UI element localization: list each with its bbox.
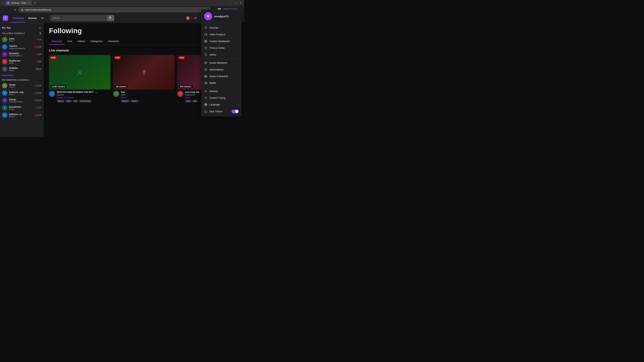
svg-point-9 bbox=[206, 62, 206, 63]
sidebar-item-rayrachel-name: RayRachel bbox=[9, 59, 34, 62]
sidebar-item-betboom-ru[interactable]: B betboom_ru Dota 2 14.4K bbox=[0, 111, 44, 119]
svg-marker-10 bbox=[204, 68, 207, 71]
sidebar-item-yowe[interactable]: Y yowe Dota 2 1K bbox=[0, 36, 44, 43]
maximize-btn[interactable]: □ bbox=[234, 1, 238, 5]
dropdown-divider-2 bbox=[202, 87, 241, 87]
tag-adhd[interactable]: adhd bbox=[65, 100, 72, 102]
dropdown-item-safety[interactable]: Safety bbox=[202, 51, 241, 58]
sidebar-item-vcm354[interactable]: V VCM354 Dota 2 Offline bbox=[0, 65, 44, 73]
gifts-btn[interactable]: 🎁 bbox=[185, 15, 191, 21]
emote-attribution-icon bbox=[204, 61, 208, 64]
sidebar-item-betboom-eng-info: betboom_eng Dota 2 bbox=[9, 91, 32, 95]
sidebar-item-kuyan-name: kuyanicwxc bbox=[9, 106, 34, 108]
close-window-btn[interactable]: ✕ bbox=[239, 1, 243, 5]
forward-btn[interactable]: › bbox=[7, 7, 12, 12]
card-thumbnail-caedrel: ⚔ LIVE 11.9K viewers bbox=[49, 55, 110, 89]
sidebar-item-rayrachel-game: Music bbox=[9, 62, 34, 64]
video-producer-icon bbox=[204, 33, 208, 36]
tab-channels[interactable]: Channels bbox=[105, 38, 121, 45]
sidebar-item-gorge-name: Gorge bbox=[9, 83, 32, 86]
dropdown-item-privacy-center[interactable]: Privacy Center bbox=[202, 44, 241, 51]
card-stream-title-caedrel: 🔴RATAYUSI69 RUNNING THE RIFT - ... bbox=[57, 91, 110, 93]
card-game-yowe: Dota 2 bbox=[121, 96, 175, 99]
dropdown-label-settings: Settings bbox=[210, 90, 239, 92]
sort-btn[interactable]: ⇅ bbox=[39, 32, 42, 35]
tab-close-btn[interactable]: ✕ bbox=[28, 2, 30, 4]
dropdown-item-language[interactable]: Language › bbox=[202, 101, 241, 108]
language-chevron-icon: › bbox=[238, 103, 239, 106]
tab-overview[interactable]: Overview bbox=[49, 38, 65, 45]
sidebar-item-nuckleDu[interactable]: N NuckleDu Street Fighter 6 204 bbox=[0, 51, 44, 58]
svg-rect-3 bbox=[206, 40, 207, 41]
back-btn[interactable]: ‹ bbox=[1, 7, 6, 12]
address-bar[interactable]: 🔒 twitch.tv/directory/following bbox=[18, 7, 211, 12]
active-tab[interactable]: T Following - Twitch ✕ bbox=[5, 0, 32, 6]
tab-videos[interactable]: Videos bbox=[75, 38, 88, 45]
dropdown-item-content-tuning[interactable]: Content Tuning bbox=[202, 94, 241, 101]
tab-categories[interactable]: Categories bbox=[88, 38, 105, 45]
tag-badexample[interactable]: badexample bbox=[79, 100, 92, 102]
dropdown-item-video-producer[interactable]: Video Producer bbox=[202, 31, 241, 38]
svg-point-7 bbox=[204, 62, 207, 64]
mail-btn[interactable]: ✉ bbox=[192, 15, 198, 21]
live-badge-yowe: LIVE bbox=[114, 56, 120, 59]
twitch-logo[interactable]: T bbox=[3, 15, 8, 21]
sidebar-item-yowe-viewers: 1K bbox=[37, 38, 42, 41]
tag-filipino[interactable]: Filipino bbox=[130, 100, 139, 102]
dropdown-label-dark-theme: Dark Theme bbox=[210, 110, 230, 113]
search-container: 🔍 bbox=[50, 15, 114, 21]
dropdown-item-creator-dashboard[interactable]: Creator Dashboard bbox=[202, 38, 241, 44]
nav-browse[interactable]: Browse bbox=[26, 15, 39, 21]
dropdown-item-subscriptions[interactable]: Subscriptions bbox=[202, 66, 241, 73]
sidebar-item-rayrachel[interactable]: R RayRachel Music 633 bbox=[0, 58, 44, 65]
minimize-btn[interactable]: − bbox=[229, 1, 232, 5]
recommended-channels-title: RECOMMENDED CHANNELS bbox=[2, 79, 42, 81]
sidebar-item-caedrel[interactable]: C Caedrel League of Legends 11.9K bbox=[0, 43, 44, 51]
nav-more-btn[interactable]: ••• bbox=[40, 15, 45, 21]
thumbnail-yowe: 🗡 bbox=[113, 55, 175, 89]
tag-fish[interactable]: fish bbox=[192, 100, 198, 102]
search-submit-btn[interactable]: 🔍 bbox=[107, 15, 114, 21]
dropdown-item-wallet[interactable]: Wallet bbox=[202, 80, 241, 86]
tag-degen[interactable]: degen bbox=[57, 100, 64, 102]
tag-xdd[interactable]: xdd bbox=[72, 100, 78, 102]
sidebar-item-kuyan-game: Dota 2 bbox=[9, 108, 34, 110]
live-dot-yowe bbox=[37, 39, 38, 40]
sidebar-item-k3soju[interactable]: K k3soju Teamfight Tactics 18.3K bbox=[0, 97, 44, 104]
dropdown-label-content-tuning: Content Tuning bbox=[210, 96, 239, 99]
sidebar-item-betboom-eng[interactable]: B betboom_eng Dota 2 10.5K bbox=[0, 89, 44, 97]
dropdown-label-safety: Safety bbox=[210, 53, 239, 56]
dark-theme-toggle[interactable] bbox=[232, 110, 239, 113]
dropdown-item-drops-rewards[interactable]: Drops & Rewards bbox=[202, 73, 241, 80]
user-dropdown-menu: M moodjoy071 Channel Video Producer bbox=[201, 9, 242, 116]
search-input[interactable] bbox=[53, 17, 106, 19]
dark-theme-icon bbox=[204, 110, 208, 113]
tag-english[interactable]: English bbox=[121, 100, 130, 102]
card-thumbnail-yowe: 🗡 LIVE 1K viewers bbox=[113, 55, 175, 89]
dropdown-label-subscriptions: Subscriptions bbox=[210, 68, 239, 71]
sidebar-item-betboom-ru-viewers: 14.4K bbox=[34, 114, 42, 116]
sidebar-item-kuyan[interactable]: K kuyanicwxc Dota 2 177 bbox=[0, 104, 44, 111]
channel-card-caedrel[interactable]: ⚔ LIVE 11.9K viewers C 🔴RATAYUSI69 RUNNI… bbox=[49, 55, 110, 104]
sidebar-item-k3soju-game: Teamfight Tactics bbox=[9, 101, 32, 103]
avatar-k3soju: K bbox=[2, 98, 8, 103]
tag-mls[interactable]: MLS bbox=[185, 100, 192, 102]
card-streamer-yowe: yowe bbox=[121, 94, 175, 96]
svg-rect-2 bbox=[204, 40, 206, 41]
sidebar-item-gorge[interactable]: G Gorge Dota 2 11.9K bbox=[0, 82, 44, 89]
dropdown-item-settings[interactable]: Settings bbox=[202, 88, 241, 94]
nav-following[interactable]: Following bbox=[11, 15, 26, 21]
show-more-btn[interactable]: Show More bbox=[0, 73, 44, 78]
new-tab-btn[interactable]: + bbox=[33, 1, 37, 5]
sidebar-item-nuckleDu-viewers: 204 bbox=[36, 53, 42, 55]
dropdown-item-dark-theme[interactable]: Dark Theme bbox=[202, 108, 241, 115]
dropdown-label-privacy-center: Privacy Center bbox=[210, 46, 239, 49]
refresh-btn[interactable]: ↻ bbox=[13, 7, 18, 12]
dropdown-item-channel[interactable]: Channel bbox=[202, 24, 241, 31]
tab-dropdown-btn[interactable]: ▾ bbox=[1, 2, 4, 4]
channel-card-yowe[interactable]: 🗡 LIVE 1K viewers Y Ego yowe Dota 2 Engl… bbox=[113, 55, 175, 104]
dropdown-item-emote-attribution[interactable]: Emote Attribution bbox=[202, 59, 241, 66]
sidebar-collapse-btn[interactable]: ⇤ bbox=[39, 26, 42, 29]
tab-live[interactable]: Live bbox=[65, 38, 75, 45]
content-tuning-icon bbox=[204, 96, 208, 99]
